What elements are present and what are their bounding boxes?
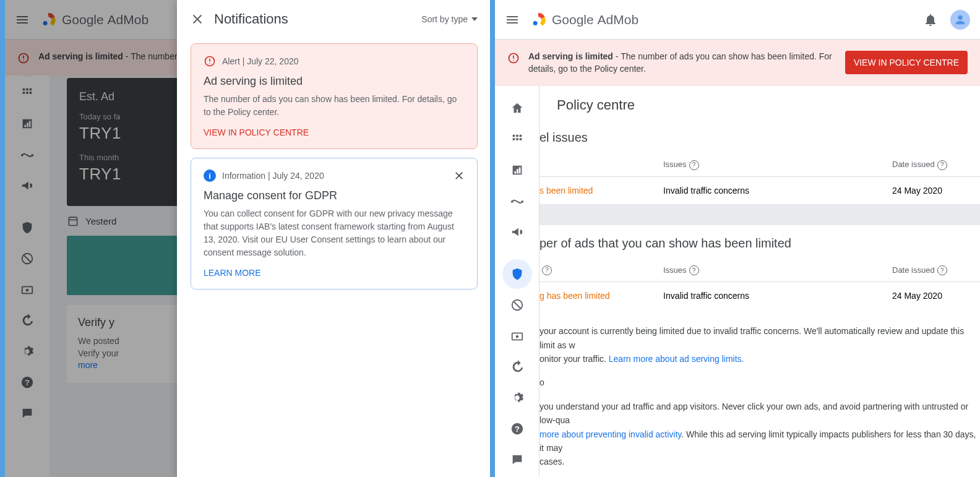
nav-policy[interactable] <box>502 259 532 289</box>
nav-blocking[interactable] <box>12 244 42 273</box>
chevron-down-icon <box>471 17 478 21</box>
header-right: Google AdMob <box>495 0 980 40</box>
nav-mediation[interactable] <box>12 140 42 170</box>
logo-text: Google AdMob <box>552 12 638 27</box>
help-icon[interactable]: ? <box>542 265 552 275</box>
nav-mediation[interactable] <box>502 186 532 216</box>
learn-limits-link[interactable]: Learn more about ad serving limits. <box>609 354 744 364</box>
info-icon: i <box>204 170 216 182</box>
table-row[interactable]: s been limited Invalid traffic concerns … <box>539 177 980 204</box>
svg-point-12 <box>510 200 513 203</box>
nav-apps[interactable] <box>12 78 42 108</box>
svg-text:?: ? <box>25 378 30 387</box>
section-heading: el issues <box>539 124 980 153</box>
svg-rect-7 <box>69 217 77 225</box>
admob-logo-icon <box>40 11 57 28</box>
account-avatar[interactable] <box>950 10 970 30</box>
dismiss-icon[interactable] <box>453 170 465 181</box>
nav-settings[interactable] <box>502 383 532 413</box>
alert-card: Alert | July 22, 2020 Ad serving is limi… <box>191 43 478 149</box>
policy-paragraph: your account is currently being limited … <box>539 324 980 366</box>
nav-policy[interactable] <box>12 213 42 243</box>
notifications-icon[interactable] <box>923 12 938 27</box>
help-icon[interactable]: ? <box>689 160 699 170</box>
svg-point-0 <box>21 154 24 157</box>
help-icon[interactable]: ? <box>937 265 947 275</box>
policy-paragraph: o <box>539 376 980 389</box>
nav-home[interactable] <box>502 93 532 123</box>
page-title: Policy centre <box>539 86 980 124</box>
nav-campaigns[interactable] <box>12 171 42 200</box>
svg-text:?: ? <box>515 424 520 434</box>
help-icon[interactable]: ? <box>689 265 699 275</box>
nav-help[interactable]: ? <box>12 367 42 397</box>
view-policy-link[interactable]: VIEW IN POLICY CENTRE <box>204 127 465 137</box>
nav-feedback[interactable] <box>502 445 532 475</box>
nav-help[interactable]: ? <box>502 414 532 444</box>
menu-icon[interactable] <box>505 12 520 27</box>
admob-logo-icon <box>530 11 547 28</box>
right-pane: Google AdMob Ad serving is limited - The… <box>490 0 980 477</box>
nav-reports[interactable] <box>502 155 532 185</box>
nav-payments[interactable] <box>12 275 42 304</box>
nav-history[interactable] <box>502 352 532 382</box>
info-card: i Information | July 24, 2020 Manage con… <box>191 158 478 290</box>
left-pane: Google AdMob ? Home Est. Ad Today so fa … <box>0 0 490 477</box>
nav-feedback[interactable] <box>12 398 42 428</box>
logo-text: Google AdMob <box>62 12 148 27</box>
learn-more-link[interactable]: LEARN MORE <box>204 268 465 278</box>
sidebar-right: ? <box>495 86 539 477</box>
logo: Google AdMob <box>40 11 148 28</box>
nav-apps[interactable] <box>502 124 532 154</box>
sort-dropdown[interactable]: Sort by type <box>421 14 478 24</box>
alert-banner-right: Ad serving is limited - The number of ad… <box>495 40 980 86</box>
svg-point-16 <box>515 335 518 338</box>
menu-icon[interactable] <box>15 12 30 27</box>
learn-invalid-link[interactable]: more about preventing invalid activity <box>539 429 681 439</box>
nav-payments[interactable] <box>502 321 532 351</box>
svg-point-4 <box>26 289 29 292</box>
close-icon[interactable] <box>191 12 204 26</box>
table-header: Issues? Date issued? <box>539 153 980 177</box>
divider-strip <box>539 204 980 225</box>
help-icon[interactable]: ? <box>937 160 947 170</box>
view-policy-button[interactable]: VIEW IN POLICY CENTRE <box>845 51 968 74</box>
table-header: ? Issues? Date issued? <box>539 259 980 283</box>
table-row[interactable]: g has been limited Invalid traffic conce… <box>539 282 980 309</box>
nav-reports[interactable] <box>12 109 42 139</box>
logo: Google AdMob <box>530 11 638 28</box>
sidebar-left: ? <box>5 40 49 477</box>
svg-point-13 <box>521 200 523 203</box>
svg-point-1 <box>31 154 33 157</box>
alert-circle-icon <box>204 55 216 67</box>
svg-point-10 <box>958 15 962 19</box>
policy-content: Policy centre el issues Issues? Date iss… <box>539 86 980 477</box>
verify-more-link[interactable]: more <box>78 360 98 370</box>
nav-settings[interactable] <box>12 337 42 366</box>
nav-history[interactable] <box>12 306 42 335</box>
notifications-title: Notifications <box>214 11 411 27</box>
policy-paragraph: you understand your ad traffic and app v… <box>539 400 980 469</box>
section-heading: per of ads that you can show has been li… <box>539 225 980 259</box>
alert-icon <box>17 52 30 64</box>
alert-icon <box>507 52 520 64</box>
notifications-panel: Notifications Sort by type Alert | July … <box>177 0 490 477</box>
nav-campaigns[interactable] <box>502 217 532 247</box>
calendar-icon <box>67 215 79 227</box>
nav-blocking[interactable] <box>502 290 532 320</box>
